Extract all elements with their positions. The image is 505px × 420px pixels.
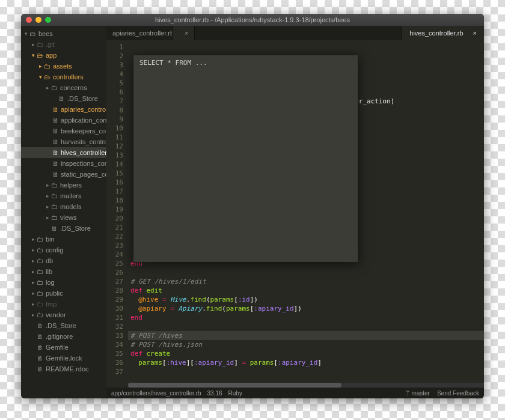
folder-item[interactable]: ▸🗀db [21,255,106,266]
folder-icon: 🗀 [35,41,44,48]
folder-icon: 🗀 [35,236,44,243]
file-item[interactable]: 🗎harvests_controller.rb [21,136,106,147]
tab-active[interactable]: × [173,26,195,40]
folder-icon: 🗀 [50,192,58,199]
file-item[interactable]: 🗎.DS_Store [21,93,106,104]
window-controls [21,17,51,23]
command-palette[interactable] [133,55,358,263]
chevron-down-icon: ▾ [38,74,43,80]
status-bar: app/controllers/hives_controller.rb 33,1… [106,388,484,398]
send-feedback-link[interactable]: Send Feedback [437,390,479,397]
tree-label: .gitignore [46,333,73,340]
tree-label: harvests_controller.rb [61,138,106,145]
chevron-right-icon: ▸ [31,269,35,275]
folder-item[interactable]: ▸🗀assets [21,61,106,72]
file-item[interactable]: 🗎.gitignore [21,331,106,342]
branch-icon: ᛘ [406,389,410,397]
file-icon: 🗎 [52,106,59,113]
chevron-right-icon: ▸ [31,312,35,318]
tree-label: beekeepers_controller.rb [61,127,106,135]
minimize-icon[interactable] [35,17,41,23]
file-item[interactable]: 🗎apiaries_controller.rb [21,104,106,115]
git-branch[interactable]: ᛘ master [406,389,430,397]
tree-label: apiaries_controller.rb [61,106,106,113]
command-input[interactable] [133,55,358,70]
tree-label: config [46,246,63,254]
tab-apiaries[interactable]: apiaries_controller.rb [106,26,173,40]
folder-item[interactable]: ▸🗀.git [21,39,106,50]
folder-icon: 🗀 [35,311,44,318]
file-item[interactable]: 🗎application_controller.rb [21,115,106,126]
file-icon: 🗎 [52,171,59,178]
tree-label: models [60,203,81,210]
tree-label: hives_controller.rb [61,149,106,156]
tab-bar: apiaries_controller.rb × hives_controlle… [106,26,484,40]
file-icon: 🗎 [52,117,59,124]
file-item[interactable]: 🗎beekeepers_controller.rb [21,126,106,136]
folder-item[interactable]: ▸🗀vendor [21,309,106,320]
folder-item[interactable]: ▾🗁bees [21,28,106,39]
chevron-right-icon: ▸ [31,290,35,296]
folder-item[interactable]: ▸🗀helpers [21,180,106,190]
folder-icon: 🗀 [35,290,44,297]
file-item[interactable]: 🗎hives_controller.rb [21,147,106,158]
folder-item[interactable]: ▸🗀config [21,245,106,255]
scroll-thumb[interactable] [128,383,341,388]
file-tree[interactable]: ▾🗁bees▸🗀.git▾🗁app▸🗀assets▾🗁controllers▸🗀… [21,26,106,398]
file-item[interactable]: 🗎static_pages_controller.rb [21,169,106,180]
folder-item[interactable]: ▸🗀models [21,201,106,212]
folder-icon: 🗀 [50,203,58,210]
file-icon: 🗎 [50,225,58,232]
close-icon[interactable]: × [473,29,477,37]
chevron-right-icon: ▸ [45,182,50,188]
folder-item[interactable]: ▸🗀tmp [21,299,106,309]
line-gutter: 1234567891011121314151617181920212223242… [106,40,128,388]
folder-item[interactable]: ▾🗁controllers [21,72,106,82]
folder-item[interactable]: ▸🗀bin [21,234,106,245]
folder-icon: 🗀 [50,181,58,189]
file-item[interactable]: 🗎.DS_Store [21,320,106,331]
file-item[interactable]: 🗎.DS_Store [21,223,106,234]
status-lang[interactable]: Ruby [228,390,242,397]
tree-label: public [46,290,63,297]
folder-icon: 🗀 [35,257,44,264]
tab-hives-controller[interactable]: hives_controller.rb × [402,26,484,40]
tree-label: .DS_Store [46,322,76,329]
tab-label: hives_controller.rb [409,29,463,37]
folder-item[interactable]: ▸🗀views [21,212,106,223]
folder-item[interactable]: ▸🗀public [21,288,106,299]
tree-label: bin [46,236,55,243]
zoom-icon[interactable] [45,17,51,23]
close-icon[interactable] [26,17,32,23]
close-icon[interactable]: × [185,29,188,37]
file-item[interactable]: 🗎Gemfile [21,342,106,353]
tree-label: views [60,214,77,221]
folder-item[interactable]: ▸🗀mailers [21,190,106,201]
tree-label: mailers [60,192,81,199]
editor-pane: apiaries_controller.rb × hives_controlle… [106,26,484,398]
folder-icon: 🗁 [35,52,44,59]
file-icon: 🗎 [35,322,44,329]
folder-icon: 🗁 [43,73,51,81]
file-item[interactable]: 🗎inspections_controller.rb [21,158,106,169]
editor[interactable]: 1234567891011121314151617181920212223242… [106,40,484,388]
file-item[interactable]: 🗎README.rdoc [21,364,106,374]
file-icon: 🗎 [35,344,44,351]
file-item[interactable]: 🗎Gemfile.lock [21,353,106,364]
folder-item[interactable]: ▸🗀concerns [21,82,106,93]
folder-icon: 🗀 [35,268,44,275]
chevron-right-icon: ▸ [45,204,50,210]
folder-item[interactable]: ▾🗁app [21,50,106,61]
folder-item[interactable]: ▸🗀lib [21,266,106,277]
folder-icon: 🗀 [50,214,58,221]
horizontal-scrollbar[interactable] [128,383,484,388]
folder-icon: 🗀 [35,246,44,254]
tree-label: tmp [46,300,57,308]
tree-label: app [46,52,57,59]
folder-item[interactable]: ▸🗀log [21,277,106,288]
chevron-right-icon: ▸ [45,85,50,91]
tree-label: .git [46,41,55,48]
tree-label: inspections_controller.rb [61,160,106,167]
tree-label: .DS_Store [60,225,91,232]
file-icon: 🗎 [35,365,44,373]
